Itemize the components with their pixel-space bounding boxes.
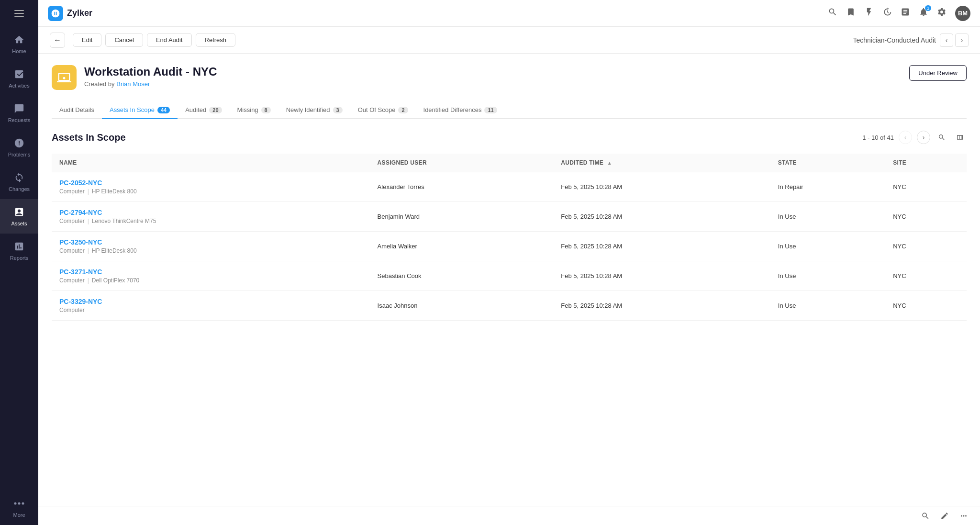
sidebar-item-reports[interactable]: Reports (0, 234, 38, 268)
back-button[interactable]: ← (50, 33, 65, 48)
page-body: Workstation Audit - NYC Created by Brian… (38, 54, 980, 525)
topnav-actions: 1 BM (828, 6, 970, 21)
cell-site: NYC (885, 172, 967, 202)
bottom-edit-icon[interactable] (938, 509, 951, 523)
cell-audited-time: Feb 5, 2025 10:28 AM (553, 261, 770, 291)
sidebar-item-assets[interactable]: Assets (0, 199, 38, 234)
col-audited-time[interactable]: Audited Time ▲ (553, 154, 770, 172)
lightning-icon[interactable] (864, 7, 874, 19)
tab-assets-in-scope[interactable]: Assets In Scope 44 (102, 101, 178, 119)
note-icon[interactable] (901, 7, 910, 19)
sidebar-item-requests[interactable]: Requests (0, 96, 38, 130)
sidebar-item-activities-label: Activities (9, 83, 29, 89)
svg-rect-1 (14, 13, 24, 14)
refresh-button[interactable]: Refresh (196, 33, 236, 47)
table-row: PC-2052-NYC Computer|HP EliteDesk 800 Al… (52, 172, 967, 202)
toolbar-prev-button[interactable]: ‹ (940, 34, 953, 47)
asset-name-link[interactable]: PC-2794-NYC (59, 209, 362, 216)
sidebar-item-home[interactable]: Home (0, 27, 38, 61)
table-row: PC-3329-NYC Computer Isaac JohnsonFeb 5,… (52, 291, 967, 321)
asset-name-link[interactable]: PC-3271-NYC (59, 268, 362, 276)
tab-identified-differences[interactable]: Identified Differences 11 (416, 101, 505, 119)
tab-assets-in-scope-badge: 44 (157, 107, 170, 113)
app-logo: Zylker (48, 6, 92, 21)
notification-badge: 1 (925, 5, 931, 11)
svg-rect-2 (14, 16, 24, 17)
sidebar-item-more[interactable]: More (0, 491, 38, 525)
assets-icon (13, 206, 25, 218)
cell-assigned-user: Benjamin Ward (370, 202, 554, 232)
cell-assigned-user: Isaac Johnson (370, 291, 554, 321)
cancel-button[interactable]: Cancel (105, 33, 143, 47)
asset-type: Computer (59, 307, 362, 313)
tabs: Audit Details Assets In Scope 44 Audited… (52, 101, 967, 119)
cell-name: PC-2052-NYC Computer|HP EliteDesk 800 (52, 172, 370, 202)
menu-button[interactable] (0, 0, 38, 27)
changes-icon (13, 172, 25, 183)
asset-type: Computer|Dell OptiPlex 7070 (59, 277, 362, 284)
asset-name-link[interactable]: PC-3250-NYC (59, 238, 362, 246)
search-icon[interactable] (828, 7, 837, 19)
cell-state: In Use (770, 232, 885, 261)
tab-audited-badge: 20 (209, 107, 222, 113)
cell-state: In Use (770, 261, 885, 291)
tab-out-of-scope[interactable]: Out Of Scope 2 (350, 101, 416, 119)
content-area: ← Edit Cancel End Audit Refresh Technici… (38, 27, 980, 525)
clock-icon[interactable] (882, 7, 892, 19)
bottom-bar (38, 506, 980, 525)
audit-title: Workstation Audit - NYC (84, 65, 902, 78)
asset-name-link[interactable]: PC-3329-NYC (59, 298, 362, 305)
tab-audited[interactable]: Audited 20 (178, 101, 229, 119)
asset-name-link[interactable]: PC-2052-NYC (59, 179, 362, 187)
sidebar-item-reports-label: Reports (10, 255, 29, 261)
edit-button[interactable]: Edit (73, 33, 101, 47)
bottom-zoom-icon[interactable] (919, 509, 932, 523)
audit-status-button[interactable]: Under Review (909, 65, 967, 81)
app-name: Zylker (67, 8, 92, 18)
pagination-next-button[interactable]: › (917, 131, 930, 144)
col-state: State (770, 154, 885, 172)
end-audit-button[interactable]: End Audit (147, 33, 192, 47)
cell-name: PC-3329-NYC Computer (52, 291, 370, 321)
toolbar-next-button[interactable]: › (955, 34, 969, 47)
tab-audit-details[interactable]: Audit Details (52, 101, 102, 119)
bottom-more-icon[interactable] (957, 509, 970, 523)
cell-state: In Use (770, 291, 885, 321)
tab-identified-differences-badge: 11 (484, 107, 497, 113)
creator-link[interactable]: Brian Moser (116, 80, 150, 88)
cell-name: PC-2794-NYC Computer|Lenovo ThinkCentre … (52, 202, 370, 232)
tab-newly-identified-badge: 3 (333, 107, 343, 113)
svg-rect-0 (14, 10, 24, 11)
tab-missing[interactable]: Missing 8 (230, 101, 278, 119)
section-title: Assets In Scope (52, 132, 126, 143)
cell-audited-time: Feb 5, 2025 10:28 AM (553, 172, 770, 202)
sidebar-item-changes[interactable]: Changes (0, 165, 38, 199)
bookmark-icon[interactable] (846, 7, 856, 19)
cell-site: NYC (885, 291, 967, 321)
bell-icon[interactable]: 1 (919, 7, 928, 19)
cell-audited-time: Feb 5, 2025 10:28 AM (553, 202, 770, 232)
problems-icon (13, 137, 25, 149)
svg-point-5 (22, 503, 24, 505)
settings-icon[interactable] (937, 7, 947, 19)
assets-table: Name Assigned User Audited Time ▲ State (52, 154, 967, 321)
more-icon (13, 498, 25, 509)
audit-type-title: Technician-Conducted Audit (853, 36, 936, 44)
table-header: Name Assigned User Audited Time ▲ State (52, 154, 967, 172)
cell-audited-time: Feb 5, 2025 10:28 AM (553, 232, 770, 261)
tab-newly-identified[interactable]: Newly Identified 3 (278, 101, 350, 119)
svg-point-3 (14, 503, 17, 505)
columns-icon[interactable] (953, 131, 967, 144)
activities-icon (13, 68, 25, 80)
audit-title-area: Workstation Audit - NYC Created by Brian… (84, 65, 902, 88)
sidebar-item-assets-label: Assets (11, 221, 27, 226)
sidebar-item-problems[interactable]: Problems (0, 130, 38, 165)
col-name: Name (52, 154, 370, 172)
table-search-icon[interactable] (935, 131, 948, 144)
reports-icon (13, 241, 25, 252)
toolbar: ← Edit Cancel End Audit Refresh Technici… (38, 27, 980, 54)
user-avatar[interactable]: BM (955, 6, 970, 21)
sidebar-item-activities[interactable]: Activities (0, 61, 38, 96)
asset-type: Computer|Lenovo ThinkCentre M75 (59, 218, 362, 224)
pagination-prev-button[interactable]: ‹ (899, 131, 912, 144)
